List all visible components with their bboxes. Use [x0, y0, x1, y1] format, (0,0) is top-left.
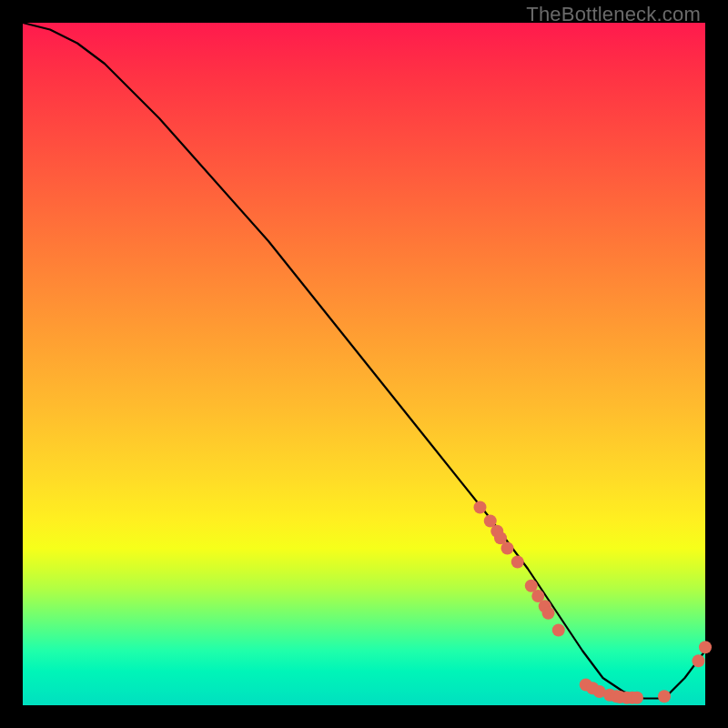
data-marker [552, 624, 565, 637]
data-marker [699, 641, 712, 653]
chart-overlay [23, 23, 705, 705]
data-marker [658, 690, 671, 703]
data-marker [542, 607, 555, 620]
data-marker [511, 556, 524, 569]
data-marker [501, 542, 514, 555]
bottleneck-curve [23, 23, 705, 699]
data-marker [693, 654, 705, 667]
data-marker [474, 501, 487, 514]
data-markers [474, 501, 713, 704]
watermark-text: TheBottleneck.com [526, 3, 701, 26]
data-marker [631, 692, 643, 704]
